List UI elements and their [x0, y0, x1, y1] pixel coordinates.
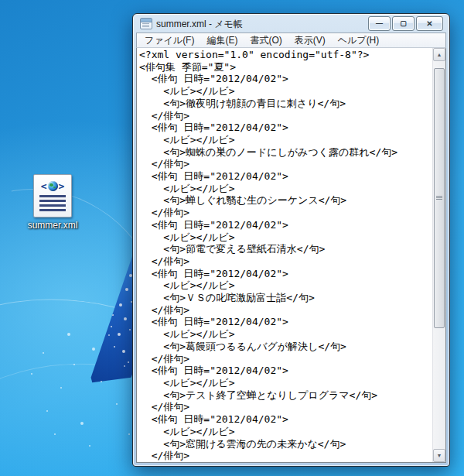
bracket-left: <: [41, 180, 47, 192]
close-icon: ✕: [426, 20, 432, 28]
scroll-up-icon: ▲: [437, 52, 442, 57]
menu-item[interactable]: 書式(O): [244, 33, 288, 48]
xml-brackets: < >: [34, 179, 71, 193]
text-line: <ルビ></ルビ>: [139, 183, 431, 195]
document-text-lines: [34, 195, 71, 211]
menu-item[interactable]: 表示(V): [288, 33, 332, 48]
text-line: <ルビ></ルビ>: [139, 279, 431, 292]
menu-item[interactable]: 編集(E): [200, 33, 244, 48]
text-editor-content[interactable]: <?xml version="1.0" encoding="utf-8"?><俳…: [139, 49, 431, 462]
vertical-scrollbar[interactable]: ▲ ▼: [432, 48, 445, 462]
text-line: <句>窓開ける雲海の先の未来かな</句>: [139, 438, 431, 450]
scroll-up-button[interactable]: ▲: [433, 48, 445, 61]
text-line: </俳句>: [139, 450, 431, 462]
text-line: <句>テスト終了空蝉となりしプログラマ</句>: [139, 389, 431, 402]
menu-bar: ファイル(F)編集(E)書式(O)表示(V)ヘルプ(H): [136, 33, 446, 48]
text-line: </俳句>: [139, 255, 431, 268]
text-line: <ルビ></ルビ>: [139, 85, 431, 98]
text-line: <ルビ></ルビ>: [139, 377, 431, 389]
text-line: <俳句 日時="2012/04/02">: [139, 170, 431, 183]
text-line: <句>ＶＳの叱咤激励富士詣</句>: [139, 292, 431, 304]
text-line: <ルビ></ルビ>: [139, 426, 431, 438]
text-line: <?xml version="1.0" encoding="utf-8"?>: [139, 49, 431, 61]
text-line: <俳句 日時="2012/04/02">: [139, 365, 431, 377]
titlebar[interactable]: summer.xml - メモ帳 — ▢ ✕: [133, 14, 449, 33]
text-line: <俳句 日時="2012/04/02">: [139, 122, 431, 134]
scroll-down-button[interactable]: ▼: [433, 449, 445, 462]
text-line: <俳句 日時="2012/04/02">: [139, 316, 431, 328]
text-line: </俳句>: [139, 110, 431, 122]
text-line: <俳句 日時="2012/04/02">: [139, 219, 431, 231]
menu-item[interactable]: ファイル(F): [138, 33, 200, 48]
xml-file-icon: < >: [33, 174, 72, 217]
globe-icon: [48, 181, 58, 191]
text-line: <句>葛饅頭つるるんバグが解決し</句>: [139, 341, 431, 353]
caption-buttons: — ▢ ✕: [368, 16, 443, 31]
maximize-icon: ▢: [400, 20, 407, 27]
text-line: </俳句>: [139, 304, 431, 317]
scrollbar-thumb[interactable]: [434, 68, 445, 328]
editor-area: <?xml version="1.0" encoding="utf-8"?><俳…: [136, 48, 446, 463]
minimize-button[interactable]: —: [368, 16, 391, 31]
window-title: summer.xml - メモ帳: [156, 18, 243, 31]
text-line: <句>蜘蛛の巣のノードにしがみつく露の群れ</句>: [139, 146, 431, 159]
text-line: </俳句>: [139, 207, 431, 219]
text-line: <ルビ></ルビ>: [139, 328, 431, 341]
desktop-icon-label: summer.xml: [12, 220, 93, 231]
bracket-right: >: [59, 180, 65, 192]
text-line: </俳句>: [139, 158, 431, 170]
maximize-button[interactable]: ▢: [392, 16, 415, 31]
text-line: <俳句 日時="2012/04/02">: [139, 268, 431, 280]
minimize-icon: —: [376, 20, 383, 27]
text-line: <句>節電で変える壁紙石清水</句>: [139, 243, 431, 255]
text-line: <ルビ></ルビ>: [139, 231, 431, 244]
close-button[interactable]: ✕: [416, 16, 443, 31]
desktop-icon-summer-xml[interactable]: < > summer.xml: [12, 174, 93, 231]
text-line: </俳句>: [139, 401, 431, 413]
notepad-icon: [140, 18, 152, 29]
text-line: <句>蝉しぐれ翳む生のシーケンス</句>: [139, 194, 431, 207]
scrollbar-gripper: [436, 196, 442, 197]
notepad-window: summer.xml - メモ帳 — ▢ ✕ ファイル(F)編集(E)書式(O)…: [132, 13, 450, 467]
menu-item[interactable]: ヘルプ(H): [332, 33, 386, 48]
text-line: <句>徹夜明け朝顔の青目に刺さり</句>: [139, 98, 431, 110]
text-line: <ルビ></ルビ>: [139, 134, 431, 146]
text-line: <俳句 日時="2012/04/02">: [139, 413, 431, 426]
text-line: <俳句集 季節="夏">: [139, 61, 431, 74]
wallpaper-sparkles: [0, 0, 2, 2]
text-line: <俳句 日時="2012/04/02">: [139, 73, 431, 85]
scroll-down-icon: ▼: [437, 453, 442, 458]
text-line: </俳句>: [139, 353, 431, 365]
